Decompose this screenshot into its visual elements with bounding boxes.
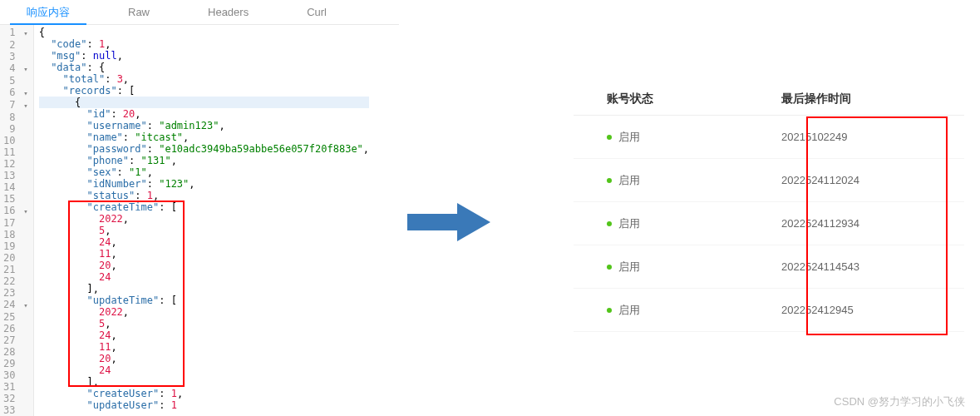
line-number: 9 [3, 123, 28, 135]
line-number: 8 [3, 111, 28, 123]
tab-curl[interactable]: Curl [290, 6, 343, 18]
cell-status: 启用 [574, 130, 773, 145]
code-line: "updateTime": [ [39, 295, 369, 306]
cell-time: 2022524114543 [773, 260, 964, 273]
code-line: 24, [39, 236, 369, 248]
svg-marker-0 [407, 203, 490, 241]
response-panel: 响应内容 Raw Headers Curl 1 ▾2 3 4 ▾5 6 ▾7 ▾… [0, 0, 399, 399]
code-line: "password": "e10adc3949ba59abbe56e057f20… [39, 143, 369, 155]
code-line: "updateUser": 1 [39, 399, 369, 411]
json-code[interactable]: { "code": 1, "msg": null, "data": { "tot… [34, 25, 369, 416]
table-row[interactable]: 启用 20215102249 [574, 116, 964, 159]
status-dot-icon [607, 265, 612, 270]
line-number: 1 ▾ [3, 27, 28, 39]
line-number: 32 [3, 393, 28, 404]
line-number: 19 [3, 240, 28, 252]
line-number: 27 [3, 334, 28, 346]
line-number: 28 [3, 346, 28, 358]
table-row[interactable]: 启用 202252412945 [574, 289, 964, 332]
result-table: 账号状态 最后操作时间 启用 20215102249 启用 2022524112… [574, 83, 964, 332]
code-line: "sex": "1", [39, 166, 369, 178]
code-line: "name": "itcast", [39, 131, 369, 143]
line-number: 17 [3, 217, 28, 229]
tab-response-body[interactable]: 响应内容 [10, 0, 86, 25]
line-number: 2 [3, 39, 28, 51]
line-number: 21 [3, 264, 28, 275]
code-line: 20, [39, 353, 369, 364]
code-line: "total": 3, [39, 73, 369, 85]
code-line: 11, [39, 341, 369, 353]
tab-headers[interactable]: Headers [191, 6, 265, 18]
code-line: 24 [39, 364, 369, 376]
cell-time: 2022524112934 [773, 217, 964, 230]
line-number: 16 ▾ [3, 205, 28, 217]
line-number: 24 ▾ [3, 299, 28, 311]
line-number: 30 [3, 369, 28, 381]
table-row[interactable]: 启用 2022524114543 [574, 245, 964, 289]
code-line: 5, [39, 318, 369, 329]
cell-status: 启用 [574, 260, 773, 275]
code-line: 11, [39, 248, 369, 260]
column-header-time: 最后操作时间 [773, 92, 964, 106]
line-number: 5 [3, 75, 28, 87]
code-line: "data": { [39, 62, 369, 73]
cell-status: 启用 [574, 303, 773, 318]
code-line: "username": "admin123", [39, 120, 369, 131]
line-number: 11 [3, 146, 28, 158]
status-dot-icon [607, 178, 612, 183]
line-number: 23 [3, 287, 28, 299]
line-number: 31 [3, 381, 28, 393]
code-line: "msg": null, [39, 50, 369, 62]
line-number: 10 [3, 135, 28, 146]
status-label: 启用 [618, 260, 640, 275]
status-dot-icon [607, 135, 612, 140]
table-header: 账号状态 最后操作时间 [574, 83, 964, 116]
code-line: "status": 1, [39, 190, 369, 201]
cell-status: 启用 [574, 216, 773, 231]
cell-time: 20215102249 [773, 131, 964, 143]
code-line: "records": [ [39, 85, 369, 97]
status-label: 启用 [618, 303, 640, 318]
result-table-panel: 账号状态 最后操作时间 启用 20215102249 启用 2022524112… [574, 83, 964, 332]
csdn-watermark: CSDN @努力学习的小飞侠 [834, 394, 965, 409]
code-line: "createUser": 1, [39, 388, 369, 399]
tab-raw[interactable]: Raw [111, 6, 166, 18]
status-dot-icon [607, 308, 612, 313]
cell-time: 202252412945 [773, 304, 964, 316]
code-line: { [39, 97, 369, 108]
column-header-status: 账号状态 [574, 92, 773, 106]
line-number: 12 [3, 158, 28, 170]
status-label: 启用 [618, 173, 640, 188]
arrow-icon [407, 203, 490, 241]
code-line: { [39, 27, 369, 38]
line-number: 22 [3, 275, 28, 287]
line-number: 15 [3, 193, 28, 205]
line-number: 25 [3, 311, 28, 323]
code-line: ], [39, 376, 369, 388]
line-number: 33 [3, 404, 28, 416]
table-row[interactable]: 启用 2022524112934 [574, 202, 964, 245]
line-number: 13 [3, 170, 28, 181]
code-line: "phone": "131", [39, 155, 369, 166]
json-viewer: 1 ▾2 3 4 ▾5 6 ▾7 ▾8 9 10 11 12 13 14 15 … [0, 25, 399, 416]
line-number: 14 [3, 181, 28, 193]
response-tabs: 响应内容 Raw Headers Curl [0, 0, 399, 25]
code-line: 5, [39, 225, 369, 236]
line-number: 18 [3, 229, 28, 240]
cell-time: 2022524112024 [773, 174, 964, 186]
code-line: "createTime": [ [39, 201, 369, 213]
code-line: 2022, [39, 213, 369, 225]
line-number: 4 ▾ [3, 62, 28, 75]
code-line: 2022, [39, 306, 369, 318]
line-gutter: 1 ▾2 3 4 ▾5 6 ▾7 ▾8 9 10 11 12 13 14 15 … [0, 25, 34, 416]
table-row[interactable]: 启用 2022524112024 [574, 159, 964, 202]
status-label: 启用 [618, 130, 640, 145]
status-dot-icon [607, 221, 612, 226]
line-number: 3 [3, 51, 28, 62]
line-number: 29 [3, 358, 28, 369]
line-number: 20 [3, 252, 28, 264]
line-number: 7 ▾ [3, 99, 28, 111]
code-line: 24 [39, 271, 369, 283]
status-label: 启用 [618, 216, 640, 231]
code-line: 20, [39, 260, 369, 271]
